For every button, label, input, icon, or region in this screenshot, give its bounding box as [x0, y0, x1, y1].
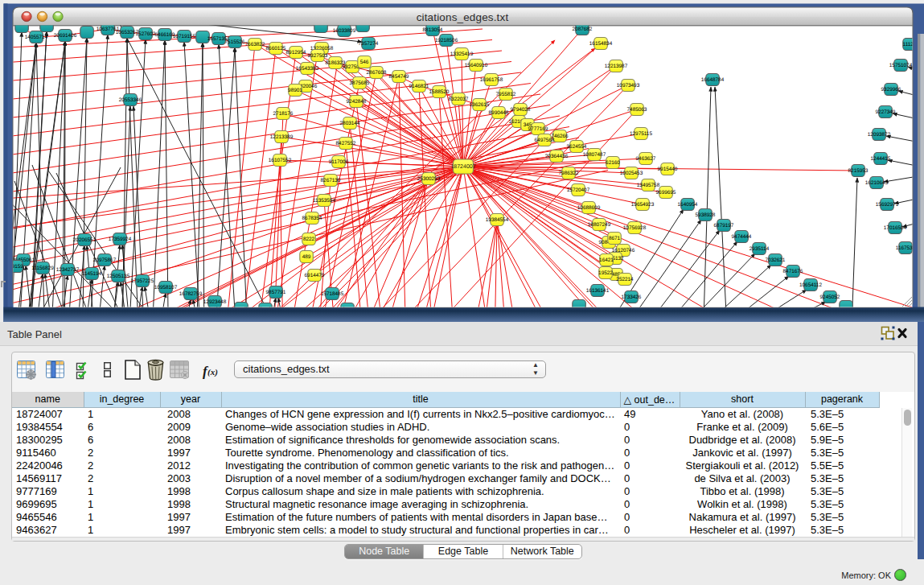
- svg-text:9146821: 9146821: [409, 84, 429, 89]
- svg-text:15718485: 15718485: [321, 291, 344, 297]
- svg-text:10025453: 10025453: [620, 171, 643, 176]
- svg-text:16107552: 16107552: [269, 158, 292, 163]
- svg-text:16210643: 16210643: [865, 180, 889, 186]
- svg-text:15640910: 15640910: [465, 63, 488, 68]
- svg-text:9777169: 9777169: [528, 126, 548, 132]
- svg-text:9327503: 9327503: [308, 53, 328, 59]
- svg-text:7986322: 7986322: [559, 171, 579, 176]
- svg-text:9227349: 9227349: [876, 109, 896, 115]
- svg-text:8267130: 8267130: [321, 178, 341, 183]
- svg-text:8322037: 8322037: [449, 97, 469, 102]
- svg-text:16154834: 16154834: [589, 41, 613, 47]
- svg-text:7515526: 7515526: [225, 39, 245, 45]
- svg-text:98901: 98901: [288, 88, 302, 93]
- svg-text:10756928: 10756928: [623, 225, 647, 231]
- svg-text:12342737: 12342737: [56, 267, 80, 273]
- svg-text:2718176: 2718176: [273, 111, 294, 117]
- svg-text:18807249: 18807249: [588, 222, 611, 228]
- svg-text:19522: 19522: [598, 270, 613, 276]
- svg-text:12093872: 12093872: [868, 132, 891, 138]
- svg-text:17957225: 17957225: [131, 278, 154, 284]
- svg-text:8186323: 8186323: [326, 60, 346, 66]
- svg-text:12975115: 12975115: [630, 131, 652, 137]
- svg-text:17016504: 17016504: [884, 225, 907, 231]
- svg-text:62160: 62160: [606, 160, 620, 166]
- svg-text:16648784: 16648784: [701, 77, 725, 83]
- svg-text:15720407: 15720407: [567, 187, 590, 193]
- svg-text:6497568: 6497568: [535, 138, 555, 143]
- svg-text:9915440: 9915440: [658, 167, 678, 172]
- svg-text:1733426: 1733426: [622, 295, 642, 300]
- svg-text:8990448: 8990448: [489, 110, 509, 116]
- svg-text:(x): (x): [207, 367, 218, 377]
- svg-text:20206551: 20206551: [73, 237, 97, 243]
- svg-text:19218506: 19218506: [435, 38, 458, 43]
- svg-text:7032621: 7032621: [766, 257, 786, 263]
- svg-text:2803144: 2803144: [340, 121, 360, 126]
- svg-text:8427552: 8427552: [336, 141, 356, 146]
- svg-text:8215953: 8215953: [848, 168, 869, 174]
- svg-text:12213389: 12213389: [270, 134, 294, 140]
- svg-text:8813054: 8813054: [423, 27, 443, 33]
- svg-text:1588520: 1588520: [429, 89, 450, 95]
- svg-text:10807487: 10807487: [583, 152, 606, 158]
- svg-text:20691406: 20691406: [54, 33, 77, 39]
- svg-text:9699695: 9699695: [656, 190, 676, 196]
- svg-text:10973493: 10973493: [617, 83, 640, 89]
- svg-text:19384554: 19384554: [486, 217, 509, 223]
- svg-text:20364436: 20364436: [545, 154, 569, 159]
- svg-text:8678354: 8678354: [302, 216, 322, 221]
- svg-text:16782759: 16782759: [179, 291, 203, 297]
- svg-text:2935114: 2935114: [749, 246, 770, 252]
- svg-text:1362615: 1362615: [470, 102, 490, 108]
- svg-text:252214: 252214: [616, 277, 634, 282]
- svg-text:8222: 8222: [303, 237, 315, 242]
- svg-text:20975867: 20975867: [93, 257, 117, 263]
- svg-text:9474444: 9474444: [732, 234, 752, 240]
- svg-text:12505135: 12505135: [107, 274, 130, 279]
- svg-text:12213987: 12213987: [605, 64, 628, 69]
- svg-text:18724007: 18724007: [450, 164, 475, 170]
- svg-text:10719155: 10719155: [173, 34, 196, 39]
- svg-text:8454749: 8454749: [389, 74, 409, 80]
- svg-text:16136141: 16136141: [586, 288, 610, 294]
- svg-text:17359924: 17359924: [109, 237, 132, 242]
- svg-text:7663822: 7663822: [245, 42, 265, 47]
- svg-text:13325419: 13325419: [450, 51, 474, 57]
- svg-text:19654923: 19654923: [631, 202, 655, 208]
- svg-text:8912954: 8912954: [286, 50, 306, 56]
- svg-text:3875685: 3875685: [350, 80, 370, 86]
- svg-text:9117006: 9117006: [329, 159, 349, 165]
- svg-text:9463627: 9463627: [636, 156, 656, 162]
- svg-text:2867608: 2867608: [367, 70, 387, 76]
- svg-text:16033809: 16033809: [333, 28, 356, 34]
- svg-text:8471676: 8471676: [783, 269, 803, 274]
- svg-text:10958107: 10958107: [154, 285, 178, 290]
- svg-text:5938928: 5938928: [696, 212, 716, 218]
- svg-text:6879197: 6879197: [714, 223, 734, 229]
- svg-text:546: 546: [360, 60, 369, 65]
- svg-text:16543382: 16543382: [296, 66, 319, 72]
- svg-text:489: 489: [302, 254, 311, 260]
- svg-text:15692971: 15692971: [876, 202, 899, 208]
- svg-text:1527602: 1527602: [136, 31, 156, 37]
- svg-text:6914479: 6914479: [305, 273, 325, 278]
- svg-text:25300293: 25300293: [417, 176, 441, 182]
- svg-text:11353594: 11353594: [313, 198, 335, 204]
- svg-text:8660125: 8660125: [266, 46, 286, 51]
- svg-text:1145194: 1145194: [82, 271, 102, 277]
- svg-text:9245052: 9245052: [820, 295, 840, 300]
- svg-text:16421: 16421: [599, 257, 614, 263]
- svg-text:7357274: 7357274: [359, 41, 379, 47]
- svg-text:9242848: 9242848: [347, 99, 367, 105]
- svg-text:10654112: 10654112: [799, 282, 822, 288]
- svg-text:9857791: 9857791: [266, 290, 286, 295]
- svg-text:20553346: 20553346: [119, 97, 142, 103]
- svg-text:12923448: 12923448: [203, 299, 227, 305]
- svg-text:8671: 8671: [609, 236, 621, 241]
- svg-text:2087682: 2087682: [573, 27, 593, 32]
- svg-text:9794028: 9794028: [511, 107, 531, 113]
- svg-text:9329966: 9329966: [881, 87, 901, 93]
- svg-text:3624554: 3624554: [567, 144, 587, 150]
- svg-text:1244415: 1244415: [871, 156, 891, 162]
